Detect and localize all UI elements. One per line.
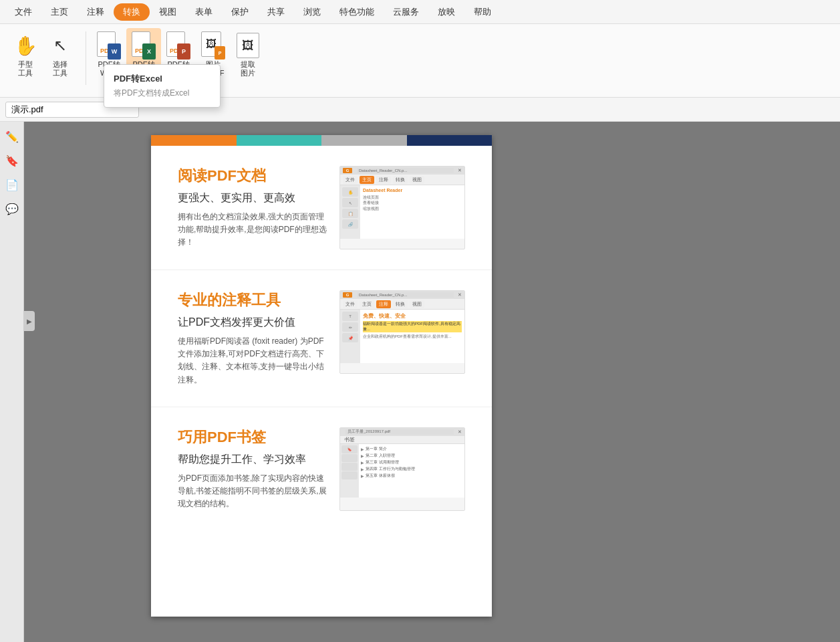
main-content: 阅读PDF文档 更强大、更实用、更高效 拥有出色的文档渲染效果,强大的页面管理功… — [24, 122, 840, 642]
menu-annotate[interactable]: 注释 — [78, 3, 114, 21]
pdf-subtitle-2: 让PDF文档发挥更大价值 — [178, 316, 329, 330]
hand-tool-button[interactable]: ✋ 手型工具 — [8, 28, 43, 88]
menu-file[interactable]: 文件 — [5, 3, 41, 21]
pdf-to-excel-icon: PDF X — [131, 32, 156, 59]
menu-feature[interactable]: 特色功能 — [330, 3, 384, 21]
mini-app-bar-1: G Datasheet_Reader_CN.p... ✕ — [340, 167, 464, 175]
select-tool-button[interactable]: ↖ 选择工具 — [43, 28, 78, 88]
sidebar-layers-icon[interactable]: 📄 — [3, 175, 21, 194]
sidebar-pencil-icon[interactable]: ✏️ — [3, 127, 21, 146]
pdf-top-bar — [151, 135, 492, 146]
mini-app-bar-3: 员工手册_20120917.pdf ✕ — [340, 428, 464, 436]
mini-app-bar-2: G Datasheet_Reader_CN.p... ✕ — [340, 291, 464, 299]
menu-present[interactable]: 放映 — [428, 3, 464, 21]
select-tool-label: 选择工具 — [53, 60, 67, 78]
menu-share[interactable]: 共享 — [258, 3, 294, 21]
pdf-section-1: 阅读PDF文档 更强大、更实用、更高效 拥有出色的文档渲染效果,强大的页面管理功… — [151, 146, 492, 270]
mini-app-2: G Datasheet_Reader_CN.p... ✕ 文件 主页 注释 转换 — [339, 290, 465, 374]
menu-protect[interactable]: 保护 — [222, 3, 258, 21]
pdf-text-2: 使用福昕PDF阅读器 (foxit reader) 为PDF文件添加注释,可对P… — [178, 335, 329, 387]
toolbar-group-tools: ✋ 手型工具 ↖ 选择工具 — [5, 28, 80, 88]
dropdown-title: PDF转Excel — [104, 69, 220, 86]
img-to-pdf-icon: 🖼 P — [200, 32, 226, 59]
menu-form[interactable]: 表单 — [186, 3, 222, 21]
sidebar-chat-icon[interactable]: 💬 — [3, 199, 21, 218]
pdf-to-word-icon: PDF W — [96, 32, 122, 59]
cursor-icon: ↖ — [47, 32, 73, 59]
pdf-text-1: 拥有出色的文档渲染效果,强大的页面管理功能,帮助提升效率,是您阅读PDF的理想选… — [178, 211, 329, 249]
pdf-section-3: 巧用PDF书签 帮助您提升工作、学习效率 为PDF页面添加书签,除了实现内容的快… — [151, 407, 492, 531]
sidebar: ✏️ 🔖 📄 💬 — [0, 122, 24, 642]
pdf-text-3: 为PDF页面添加书签,除了实现内容的快速导航,书签还能指明不同书签的层级关系,展… — [178, 472, 329, 511]
mini-app-1: G Datasheet_Reader_CN.p... ✕ 文件 主页 注释 转换 — [339, 166, 465, 249]
menu-view[interactable]: 视图 — [150, 3, 186, 21]
mini-app-3: 员工手册_20120917.pdf ✕ 书签 🔖 — [339, 427, 465, 511]
pdf-page-scroll: 阅读PDF文档 更强大、更实用、更高效 拥有出色的文档渲染效果,强大的页面管理功… — [151, 146, 492, 617]
sidebar-bookmark-icon[interactable]: 🔖 — [3, 151, 21, 170]
bar-navy — [407, 135, 493, 146]
toolbar-divider-1 — [86, 31, 86, 85]
pdf-subtitle-3: 帮助您提升工作、学习效率 — [178, 453, 329, 467]
pdf-title-3: 巧用PDF书签 — [178, 427, 329, 447]
pdf-page: 阅读PDF文档 更强大、更实用、更高效 拥有出色的文档渲染效果,强大的页面管理功… — [151, 135, 492, 617]
bar-orange — [151, 135, 237, 146]
menubar: 文件 主页 注释 转换 视图 表单 保护 共享 浏览 特色功能 云服务 放映 帮… — [0, 0, 840, 24]
pdf-subtitle-1: 更强大、更实用、更高效 — [178, 191, 329, 205]
dropdown-description: 将PDF文档转成Excel — [104, 86, 220, 103]
menu-convert[interactable]: 转换 — [114, 3, 150, 21]
extract-img-icon: 🖼 — [235, 32, 261, 59]
pdf-to-ppt-icon: PDF P — [166, 32, 191, 59]
extract-img-label: 提取图片 — [241, 60, 255, 78]
dropdown-menu: PDF转Excel 将PDF文档转成Excel — [104, 64, 221, 108]
pdf-title-2: 专业的注释工具 — [178, 290, 329, 310]
sidebar-collapse-arrow[interactable]: ▶ — [24, 311, 35, 331]
menu-browse[interactable]: 浏览 — [294, 3, 330, 21]
bar-teal — [237, 135, 322, 146]
pdf-area: 阅读PDF文档 更强大、更实用、更高效 拥有出色的文档渲染效果,强大的页面管理功… — [24, 122, 840, 642]
hand-icon: ✋ — [13, 32, 38, 59]
hand-tool-label: 手型工具 — [18, 60, 33, 78]
bar-gray — [321, 135, 407, 146]
pdf-section-2: 专业的注释工具 让PDF文档发挥更大价值 使用福昕PDF阅读器 (foxit r… — [151, 270, 492, 407]
extract-img-button[interactable]: 🖼 提取图片 — [231, 28, 265, 88]
menu-cloud[interactable]: 云服务 — [384, 3, 428, 21]
pdf-title-1: 阅读PDF文档 — [178, 166, 329, 186]
menu-help[interactable]: 帮助 — [464, 3, 501, 21]
menu-home[interactable]: 主页 — [41, 3, 78, 21]
